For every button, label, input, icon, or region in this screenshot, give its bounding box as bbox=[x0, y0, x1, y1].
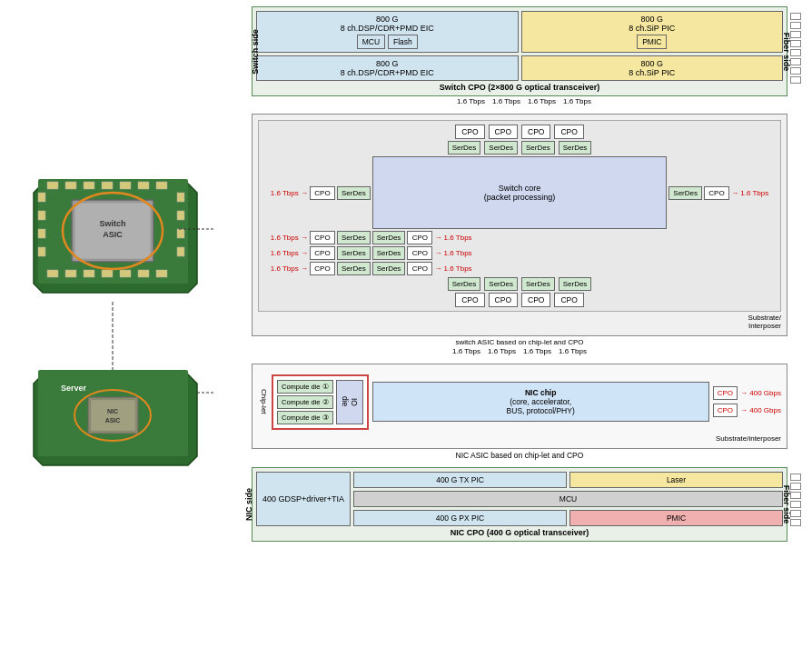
serdes-right-1: SerDes bbox=[668, 186, 702, 200]
svg-rect-13 bbox=[120, 270, 131, 277]
serdes-top-1: SerDes bbox=[448, 141, 481, 155]
tbps-right-1: → 1.6 Tbps bbox=[731, 189, 777, 197]
switch-cpo-block-3: 800 G 8 ch.DSP/CDR+PMD EIC bbox=[256, 55, 519, 81]
nic-chip-box: NIC chip (core, accelerator, BUS, protoc… bbox=[372, 382, 709, 422]
svg-rect-17 bbox=[38, 211, 45, 220]
svg-rect-5 bbox=[102, 182, 113, 189]
serdes-top-2: SerDes bbox=[484, 141, 518, 155]
svg-rect-23 bbox=[177, 247, 184, 256]
tbps-connectors-top: 1.6 Tbps 1.6 Tbps 1.6 Tbps 1.6 Tbps bbox=[252, 97, 787, 105]
tbps-connectors-bottom: 1.6 Tbps 1.6 Tbps 1.6 Tbps 1.6 Tbps bbox=[252, 347, 787, 355]
switch-cpo-block-2: 800 G 8 ch.SiP PIC PMIC bbox=[521, 11, 784, 53]
switch-asic-title: switch ASIC based on chip-let and CPO bbox=[252, 338, 787, 346]
fiber-side-label-switch: Fiber side bbox=[783, 32, 792, 71]
svg-rect-21 bbox=[177, 211, 184, 220]
flash-block: Flash bbox=[388, 35, 418, 49]
svg-rect-9 bbox=[47, 270, 58, 277]
svg-rect-10 bbox=[65, 270, 76, 277]
svg-rect-2 bbox=[47, 182, 58, 189]
nic-laser: Laser bbox=[569, 472, 783, 488]
nic-cpo-section: NIC side 400 G DSP+driver +TIA 400 G TX … bbox=[252, 467, 787, 542]
compute-die-1: Compute die ① bbox=[277, 380, 333, 394]
svg-text:Server: Server bbox=[61, 384, 87, 393]
io-die: IOdie bbox=[336, 380, 363, 424]
serdes-top-3: SerDes bbox=[521, 141, 555, 155]
svg-rect-16 bbox=[38, 193, 45, 202]
svg-rect-11 bbox=[84, 270, 94, 277]
switch-cpo-section: Switch side 800 G 8 ch.DSP/CDR+PMD EIC M… bbox=[252, 6, 787, 96]
compute-die-2: Compute die ② bbox=[277, 395, 333, 409]
tbps-left-1: 1.6 Tbps → bbox=[262, 189, 308, 197]
cpo-right-1: CPO bbox=[704, 186, 729, 200]
svg-rect-8 bbox=[156, 182, 167, 189]
pmic-block-1: PMIC bbox=[637, 35, 667, 49]
nic-cpo-title: NIC CPO (400 G optical transceiver) bbox=[256, 528, 783, 537]
serdes-top-row: SerDes SerDes SerDes SerDes bbox=[262, 141, 777, 155]
cpo-left-1: CPO bbox=[310, 186, 335, 200]
svg-rect-15 bbox=[156, 270, 167, 277]
svg-rect-22 bbox=[177, 229, 184, 238]
cpo-top-row: CPO CPO CPO CPO bbox=[262, 125, 777, 139]
cpo-top-4: CPO bbox=[554, 125, 583, 139]
tbps-left-2: 1.6 Tbps → bbox=[262, 234, 308, 242]
svg-text:NIC: NIC bbox=[107, 408, 118, 414]
nic-asic-title: NIC ASIC based on chip-let and CPO bbox=[252, 451, 787, 460]
svg-text:ASIC: ASIC bbox=[103, 230, 123, 239]
switch-cpo-block-1: 800 G 8 ch.DSP/CDR+PMD EIC MCU Flash bbox=[256, 11, 519, 53]
serdes-bottom-row: SerDes SerDes SerDes SerDes bbox=[262, 277, 777, 291]
chiplet-label: Chip-let bbox=[258, 389, 270, 414]
svg-rect-18 bbox=[38, 229, 45, 238]
switch-asic-section: CPO CPO CPO CPO SerDes SerDes SerDes Ser… bbox=[252, 114, 787, 336]
svg-text:ASIC: ASIC bbox=[105, 417, 121, 424]
cpo-top-3: CPO bbox=[521, 125, 550, 139]
serdes-left-1: SerDes bbox=[337, 186, 371, 200]
switch-cpo-block-4: 800 G 8 ch.SiP PIC bbox=[521, 55, 784, 81]
right-panel: Switch side 800 G 8 ch.DSP/CDR+PMD EIC M… bbox=[224, 6, 806, 652]
switch-core-area: 1.6 Tbps → CPO SerDes Switch core (packe… bbox=[262, 156, 777, 275]
svg-rect-3 bbox=[65, 182, 76, 189]
chip-illustration: Switch ASIC Server bbox=[15, 156, 215, 502]
nic-px-pic: 400 G PX PIC bbox=[353, 510, 567, 526]
cpo-bottom-row: CPO CPO CPO CPO bbox=[262, 293, 777, 307]
svg-text:Switch: Switch bbox=[99, 219, 125, 228]
chiplet-box: Compute die ① Compute die ② Compute die … bbox=[272, 374, 369, 430]
left-panel: Switch ASIC Server bbox=[6, 6, 224, 652]
nic-mcu: MCU bbox=[353, 491, 783, 507]
cpo-top-2: CPO bbox=[489, 125, 518, 139]
switch-side-label: Switch side bbox=[251, 29, 260, 75]
svg-rect-19 bbox=[38, 247, 45, 256]
svg-rect-6 bbox=[120, 182, 131, 189]
nic-dsp-box: 400 G DSP+driver +TIA bbox=[256, 472, 351, 526]
switch-cpo-title: Switch CPO (2×800 G optical transceiver) bbox=[256, 83, 783, 92]
main-container: Switch ASIC Server bbox=[6, 6, 806, 652]
svg-rect-35 bbox=[91, 400, 135, 431]
cpo-400-1: CPO → 400 Gbps bbox=[713, 386, 781, 400]
serdes-top-4: SerDes bbox=[559, 141, 592, 155]
nic-cpo-outputs: CPO → 400 Gbps CPO → 400 Gbps bbox=[713, 386, 781, 417]
cpo-400-2: CPO → 400 Gbps bbox=[713, 404, 781, 417]
cpo-top-1: CPO bbox=[455, 125, 484, 139]
nic-tx-pic: 400 G TX PIC bbox=[353, 472, 567, 488]
svg-rect-20 bbox=[177, 193, 184, 202]
switch-core-box: Switch core (packet processing) bbox=[372, 156, 668, 229]
fiber-side-label-nic: Fiber side bbox=[783, 485, 792, 524]
compute-die-3: Compute die ③ bbox=[277, 411, 333, 424]
nic-pmic: PMIC bbox=[569, 510, 783, 526]
nic-substrate-label: Substrate/interposer bbox=[258, 434, 781, 443]
mcu-block: MCU bbox=[357, 35, 385, 49]
substrate-label: Substrate/Interposer bbox=[258, 314, 781, 330]
svg-rect-12 bbox=[102, 270, 113, 277]
svg-rect-14 bbox=[138, 270, 149, 277]
nic-side-label: NIC side bbox=[244, 488, 253, 521]
svg-rect-7 bbox=[138, 182, 149, 189]
nic-asic-section: Chip-let Compute die ① Compute die ② Com… bbox=[252, 364, 787, 449]
svg-rect-4 bbox=[84, 182, 94, 189]
